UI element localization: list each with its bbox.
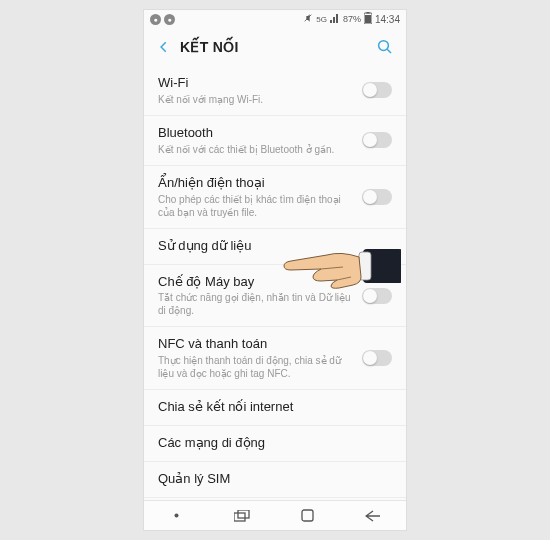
row-title: NFC và thanh toán xyxy=(158,336,356,353)
svg-rect-2 xyxy=(366,12,369,14)
toggle-wifi[interactable] xyxy=(362,82,392,98)
row-title: Wi-Fi xyxy=(158,75,356,92)
row-title: Bluetooth xyxy=(158,125,356,142)
phone-screen: ● ● 5G 87% 14:34 KẾT NỐI xyxy=(144,10,406,530)
row-title: Quản lý SIM xyxy=(158,471,386,488)
row-title: Chế độ Máy bay xyxy=(158,274,356,291)
header: KẾT NỐI xyxy=(144,28,406,66)
row-wifi[interactable]: Wi-Fi Kết nối với mạng Wi-Fi. xyxy=(144,66,406,116)
row-subtitle: Kết nối với các thiết bị Bluetooth ở gần… xyxy=(158,143,356,156)
status-bar: ● ● 5G 87% 14:34 xyxy=(144,10,406,28)
svg-line-5 xyxy=(387,49,391,53)
svg-rect-7 xyxy=(234,513,245,521)
clock: 14:34 xyxy=(375,14,400,25)
search-button[interactable] xyxy=(374,36,396,58)
battery-icon xyxy=(364,12,372,26)
toggle-airplane-mode[interactable] xyxy=(362,288,392,304)
row-subtitle: Kết nối với mạng Wi-Fi. xyxy=(158,93,356,106)
row-subtitle: Cho phép các thiết bị khác tìm điện thoạ… xyxy=(158,193,356,219)
row-subtitle: Tắt chức năng gọi điện, nhắn tin và Dữ l… xyxy=(158,291,356,317)
navigation-bar xyxy=(144,500,406,530)
svg-line-0 xyxy=(305,15,312,22)
nav-recents-button[interactable] xyxy=(222,504,262,528)
nav-menu-button[interactable] xyxy=(157,504,197,528)
svg-rect-8 xyxy=(238,510,249,518)
row-sim-management[interactable]: Quản lý SIM xyxy=(144,462,406,498)
signal-icon xyxy=(330,13,340,25)
svg-point-4 xyxy=(379,41,389,51)
status-left: ● ● xyxy=(150,14,175,25)
mute-icon xyxy=(303,13,313,25)
row-tethering[interactable]: Chia sẻ kết nối internet xyxy=(144,390,406,426)
nav-home-button[interactable] xyxy=(288,504,328,528)
row-data-usage[interactable]: Sử dụng dữ liệu xyxy=(144,229,406,265)
svg-rect-9 xyxy=(302,510,313,521)
toggle-phone-visibility[interactable] xyxy=(362,189,392,205)
row-title: Chia sẻ kết nối internet xyxy=(158,399,386,416)
row-mobile-networks[interactable]: Các mạng di động xyxy=(144,426,406,462)
battery-text: 87% xyxy=(343,14,361,24)
row-airplane-mode[interactable]: Chế độ Máy bay Tắt chức năng gọi điện, n… xyxy=(144,265,406,328)
settings-list: Wi-Fi Kết nối với mạng Wi-Fi. Bluetooth … xyxy=(144,66,406,500)
notification-icon: ● xyxy=(164,14,175,25)
page-title: KẾT NỐI xyxy=(180,39,239,55)
toggle-bluetooth[interactable] xyxy=(362,132,392,148)
row-nfc[interactable]: NFC và thanh toán Thực hiện thanh toán d… xyxy=(144,327,406,390)
row-subtitle: Thực hiện thanh toán di động, chia sẻ dữ… xyxy=(158,354,356,380)
row-phone-visibility[interactable]: Ẩn/hiện điện thoại Cho phép các thiết bị… xyxy=(144,166,406,229)
row-title: Sử dụng dữ liệu xyxy=(158,238,386,255)
back-button[interactable] xyxy=(154,37,174,57)
data-icon: 5G xyxy=(316,15,327,24)
row-title: Các mạng di động xyxy=(158,435,386,452)
svg-point-6 xyxy=(175,514,179,518)
row-bluetooth[interactable]: Bluetooth Kết nối với các thiết bị Bluet… xyxy=(144,116,406,166)
status-right: 5G 87% 14:34 xyxy=(303,12,400,26)
svg-rect-3 xyxy=(365,15,371,23)
row-title: Ẩn/hiện điện thoại xyxy=(158,175,356,192)
toggle-nfc[interactable] xyxy=(362,350,392,366)
notification-icon: ● xyxy=(150,14,161,25)
nav-back-button[interactable] xyxy=(353,504,393,528)
